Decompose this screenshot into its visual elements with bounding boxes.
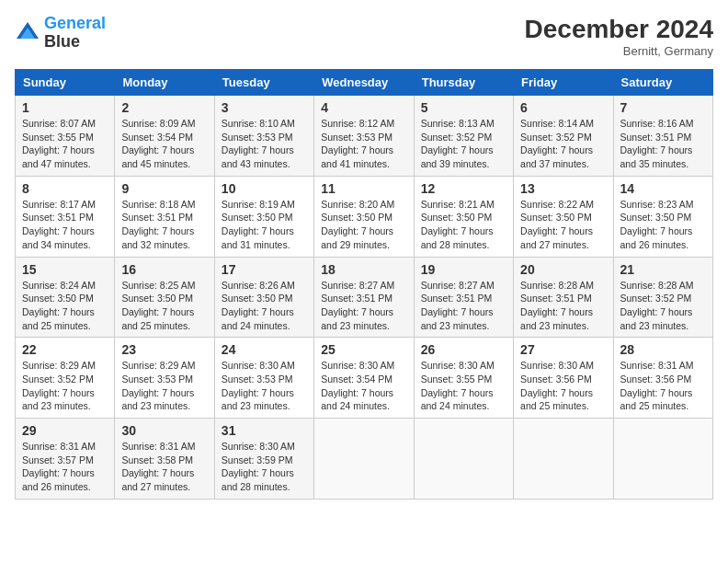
- calendar-cell: 13Sunrise: 8:22 AM Sunset: 3:50 PM Dayli…: [514, 176, 613, 257]
- day-number: 19: [421, 262, 506, 277]
- day-info: Sunrise: 8:26 AM Sunset: 3:50 PM Dayligh…: [222, 279, 307, 333]
- day-number: 5: [421, 100, 506, 115]
- calendar-cell: 1Sunrise: 8:07 AM Sunset: 3:55 PM Daylig…: [16, 96, 115, 177]
- location: Bernitt, Germany: [525, 44, 713, 58]
- day-info: Sunrise: 8:29 AM Sunset: 3:53 PM Dayligh…: [121, 359, 207, 413]
- day-info: Sunrise: 8:13 AM Sunset: 3:52 PM Dayligh…: [421, 117, 506, 171]
- calendar-cell: 11Sunrise: 8:20 AM Sunset: 3:50 PM Dayli…: [314, 176, 414, 257]
- day-number: 17: [222, 262, 307, 277]
- page-header: General Blue December 2024 Bernitt, Germ…: [15, 15, 713, 58]
- month-title: December 2024: [525, 15, 713, 44]
- calendar-cell: 21Sunrise: 8:28 AM Sunset: 3:52 PM Dayli…: [613, 257, 712, 338]
- calendar-cell: 5Sunrise: 8:13 AM Sunset: 3:52 PM Daylig…: [414, 96, 513, 177]
- day-number: 8: [22, 181, 108, 196]
- calendar-cell: 15Sunrise: 8:24 AM Sunset: 3:50 PM Dayli…: [16, 257, 115, 338]
- day-number: 12: [421, 181, 506, 196]
- day-number: 4: [321, 100, 406, 115]
- calendar-cell: 23Sunrise: 8:29 AM Sunset: 3:53 PM Dayli…: [115, 338, 214, 419]
- day-info: Sunrise: 8:28 AM Sunset: 3:52 PM Dayligh…: [620, 279, 706, 333]
- day-info: Sunrise: 8:19 AM Sunset: 3:50 PM Dayligh…: [222, 198, 307, 252]
- day-info: Sunrise: 8:23 AM Sunset: 3:50 PM Dayligh…: [620, 198, 706, 252]
- calendar-cell: [613, 419, 712, 500]
- day-info: Sunrise: 8:07 AM Sunset: 3:55 PM Dayligh…: [22, 117, 108, 171]
- calendar-week-5: 29Sunrise: 8:31 AM Sunset: 3:57 PM Dayli…: [16, 419, 713, 500]
- calendar-cell: 25Sunrise: 8:30 AM Sunset: 3:54 PM Dayli…: [314, 338, 414, 419]
- day-number: 14: [620, 181, 706, 196]
- day-number: 2: [121, 100, 207, 115]
- calendar-cell: 7Sunrise: 8:16 AM Sunset: 3:51 PM Daylig…: [613, 96, 712, 177]
- day-number: 22: [22, 342, 108, 357]
- day-info: Sunrise: 8:30 AM Sunset: 3:55 PM Dayligh…: [421, 359, 506, 413]
- day-info: Sunrise: 8:22 AM Sunset: 3:50 PM Dayligh…: [520, 198, 606, 252]
- calendar-cell: 31Sunrise: 8:30 AM Sunset: 3:59 PM Dayli…: [214, 419, 313, 500]
- weekday-header-monday: Monday: [115, 70, 214, 96]
- weekday-header-tuesday: Tuesday: [214, 70, 313, 96]
- day-info: Sunrise: 8:30 AM Sunset: 3:54 PM Dayligh…: [321, 359, 406, 413]
- day-number: 20: [520, 262, 606, 277]
- day-info: Sunrise: 8:09 AM Sunset: 3:54 PM Dayligh…: [121, 117, 207, 171]
- day-info: Sunrise: 8:29 AM Sunset: 3:52 PM Dayligh…: [22, 359, 108, 413]
- day-number: 6: [520, 100, 606, 115]
- day-info: Sunrise: 8:16 AM Sunset: 3:51 PM Dayligh…: [620, 117, 706, 171]
- day-info: Sunrise: 8:21 AM Sunset: 3:50 PM Dayligh…: [421, 198, 506, 252]
- day-number: 21: [620, 262, 706, 277]
- title-block: December 2024 Bernitt, Germany: [525, 15, 713, 58]
- calendar-cell: 20Sunrise: 8:28 AM Sunset: 3:51 PM Dayli…: [514, 257, 613, 338]
- calendar-week-2: 8Sunrise: 8:17 AM Sunset: 3:51 PM Daylig…: [16, 176, 713, 257]
- calendar-cell: [514, 419, 613, 500]
- calendar-cell: 18Sunrise: 8:27 AM Sunset: 3:51 PM Dayli…: [314, 257, 414, 338]
- day-number: 3: [222, 100, 307, 115]
- calendar-cell: 10Sunrise: 8:19 AM Sunset: 3:50 PM Dayli…: [214, 176, 313, 257]
- day-info: Sunrise: 8:10 AM Sunset: 3:53 PM Dayligh…: [222, 117, 307, 171]
- calendar-cell: 26Sunrise: 8:30 AM Sunset: 3:55 PM Dayli…: [414, 338, 513, 419]
- calendar-cell: 19Sunrise: 8:27 AM Sunset: 3:51 PM Dayli…: [414, 257, 513, 338]
- calendar-body: 1Sunrise: 8:07 AM Sunset: 3:55 PM Daylig…: [16, 96, 713, 500]
- calendar-week-3: 15Sunrise: 8:24 AM Sunset: 3:50 PM Dayli…: [16, 257, 713, 338]
- day-info: Sunrise: 8:14 AM Sunset: 3:52 PM Dayligh…: [520, 117, 606, 171]
- weekday-header-sunday: Sunday: [16, 70, 115, 96]
- day-info: Sunrise: 8:30 AM Sunset: 3:59 PM Dayligh…: [222, 440, 307, 494]
- calendar-cell: 2Sunrise: 8:09 AM Sunset: 3:54 PM Daylig…: [115, 96, 214, 177]
- day-number: 15: [22, 262, 108, 277]
- calendar-cell: 22Sunrise: 8:29 AM Sunset: 3:52 PM Dayli…: [16, 338, 115, 419]
- calendar-cell: 28Sunrise: 8:31 AM Sunset: 3:56 PM Dayli…: [613, 338, 712, 419]
- calendar-cell: 8Sunrise: 8:17 AM Sunset: 3:51 PM Daylig…: [16, 176, 115, 257]
- day-info: Sunrise: 8:31 AM Sunset: 3:57 PM Dayligh…: [22, 440, 108, 494]
- weekday-header-row: SundayMondayTuesdayWednesdayThursdayFrid…: [16, 70, 713, 96]
- day-number: 31: [222, 423, 307, 438]
- day-info: Sunrise: 8:20 AM Sunset: 3:50 PM Dayligh…: [321, 198, 406, 252]
- day-number: 28: [620, 342, 706, 357]
- day-info: Sunrise: 8:18 AM Sunset: 3:51 PM Dayligh…: [121, 198, 207, 252]
- day-info: Sunrise: 8:31 AM Sunset: 3:56 PM Dayligh…: [620, 359, 706, 413]
- day-info: Sunrise: 8:31 AM Sunset: 3:58 PM Dayligh…: [121, 440, 207, 494]
- calendar-table: SundayMondayTuesdayWednesdayThursdayFrid…: [15, 69, 713, 500]
- day-number: 25: [321, 342, 406, 357]
- calendar-cell: 30Sunrise: 8:31 AM Sunset: 3:58 PM Dayli…: [115, 419, 214, 500]
- day-number: 18: [321, 262, 406, 277]
- day-info: Sunrise: 8:30 AM Sunset: 3:56 PM Dayligh…: [520, 359, 606, 413]
- day-number: 11: [321, 181, 406, 196]
- day-number: 9: [121, 181, 207, 196]
- day-info: Sunrise: 8:28 AM Sunset: 3:51 PM Dayligh…: [520, 279, 606, 333]
- calendar-cell: 4Sunrise: 8:12 AM Sunset: 3:53 PM Daylig…: [314, 96, 414, 177]
- day-number: 16: [121, 262, 207, 277]
- weekday-header-friday: Friday: [514, 70, 613, 96]
- day-number: 10: [222, 181, 307, 196]
- calendar-cell: [414, 419, 513, 500]
- weekday-header-wednesday: Wednesday: [314, 70, 414, 96]
- day-info: Sunrise: 8:30 AM Sunset: 3:53 PM Dayligh…: [222, 359, 307, 413]
- logo-text: General Blue: [44, 15, 106, 52]
- day-number: 30: [121, 423, 207, 438]
- calendar-cell: 6Sunrise: 8:14 AM Sunset: 3:52 PM Daylig…: [514, 96, 613, 177]
- calendar-cell: 17Sunrise: 8:26 AM Sunset: 3:50 PM Dayli…: [214, 257, 313, 338]
- day-number: 26: [421, 342, 506, 357]
- weekday-header-thursday: Thursday: [414, 70, 513, 96]
- calendar-week-4: 22Sunrise: 8:29 AM Sunset: 3:52 PM Dayli…: [16, 338, 713, 419]
- day-info: Sunrise: 8:17 AM Sunset: 3:51 PM Dayligh…: [22, 198, 108, 252]
- day-info: Sunrise: 8:12 AM Sunset: 3:53 PM Dayligh…: [321, 117, 406, 171]
- day-info: Sunrise: 8:25 AM Sunset: 3:50 PM Dayligh…: [121, 279, 207, 333]
- logo: General Blue: [15, 15, 106, 52]
- day-number: 1: [22, 100, 108, 115]
- calendar-cell: 29Sunrise: 8:31 AM Sunset: 3:57 PM Dayli…: [16, 419, 115, 500]
- day-number: 24: [222, 342, 307, 357]
